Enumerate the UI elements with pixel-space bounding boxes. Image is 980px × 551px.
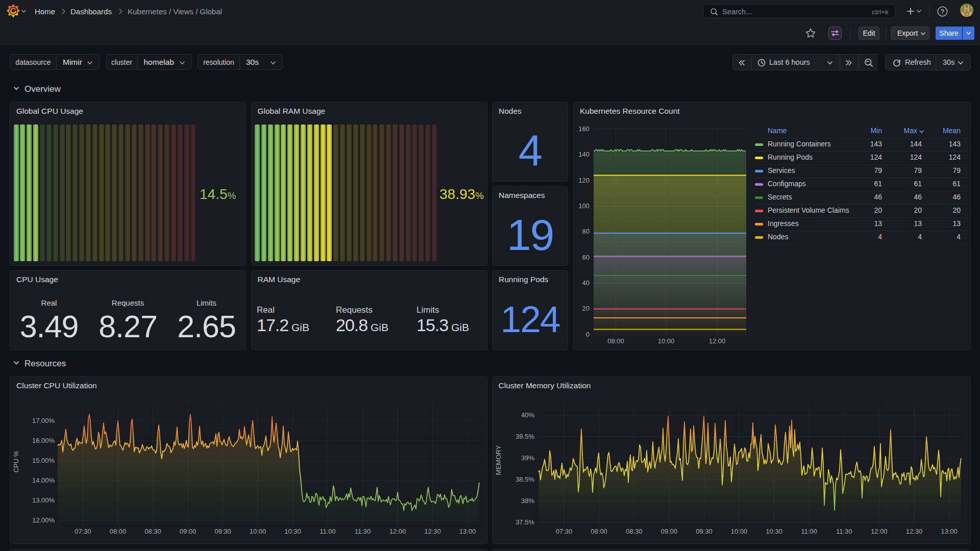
svg-text:?: ? [941,8,945,15]
